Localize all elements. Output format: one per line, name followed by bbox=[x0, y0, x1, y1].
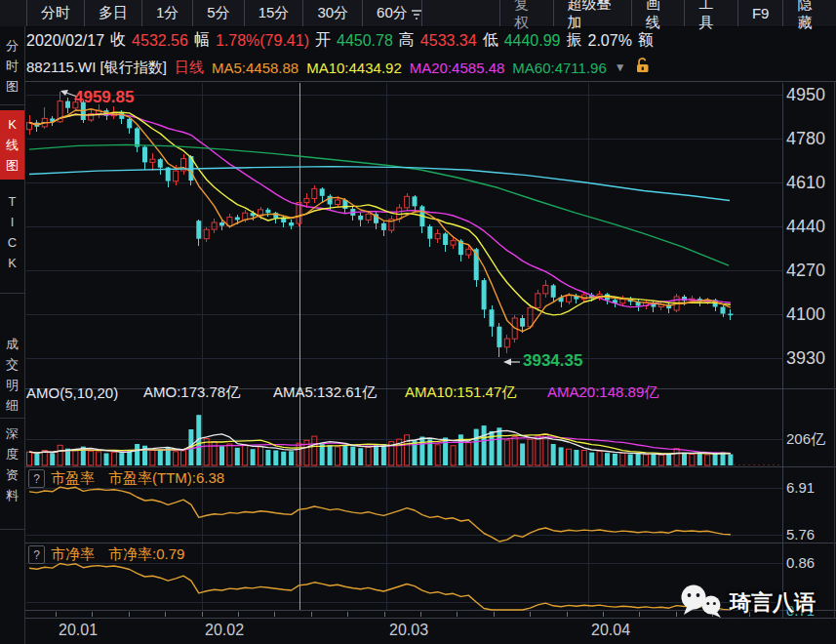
volume-bar-up bbox=[312, 436, 317, 465]
volume-bar-down bbox=[328, 445, 333, 465]
volume-bar-down bbox=[589, 453, 594, 465]
sidebar-item-3[interactable]: 成交明细 bbox=[0, 334, 24, 416]
toolbar-item-5[interactable]: 隐藏 bbox=[782, 0, 836, 26]
volume-bar-up bbox=[435, 445, 440, 465]
pb-pane-name[interactable]: 市净率 bbox=[51, 545, 95, 564]
volume-bar-down bbox=[273, 451, 278, 466]
ama20-value: AMA20:148.89亿 bbox=[547, 383, 658, 402]
pe-value: 市盈率(TTM):6.38 bbox=[108, 469, 224, 488]
low-label: 低 bbox=[483, 30, 498, 51]
open-value: 4450.78 bbox=[337, 32, 393, 50]
candle-up bbox=[304, 198, 309, 202]
volume-bar-down bbox=[474, 429, 479, 465]
volume-bar-down bbox=[482, 425, 487, 465]
tab-period-3[interactable]: 5分 bbox=[193, 0, 244, 26]
sidebar-item-1-active[interactable]: K线图 bbox=[0, 110, 24, 180]
volume-bar-up bbox=[504, 440, 509, 465]
chart-title-bar: 882115.WI [银行指数] 日线 MA5:4458.88 MA10:443… bbox=[26, 55, 836, 80]
help-icon[interactable]: ? bbox=[28, 545, 45, 564]
close-value: 4532.56 bbox=[132, 32, 188, 50]
ama5-value: AMA5:132.61亿 bbox=[273, 383, 377, 402]
period-label[interactable]: 日线 bbox=[175, 59, 204, 77]
toolbar-item-1[interactable]: 超级叠加 bbox=[553, 0, 631, 26]
toolbar-item-4[interactable]: F9 bbox=[737, 0, 783, 26]
candle-down bbox=[65, 101, 70, 108]
x-axis-label: 20.02 bbox=[205, 622, 244, 639]
candle-down bbox=[490, 309, 495, 327]
volume-bar-down bbox=[682, 453, 687, 465]
volume-bar-down bbox=[559, 447, 564, 465]
sidebar-item-0[interactable]: 分时图 bbox=[0, 35, 24, 97]
collapse-triangle-icon[interactable]: ▼ bbox=[615, 60, 626, 74]
sidebar-item-4[interactable]: 深度资料 bbox=[0, 423, 24, 505]
volume-bar-down bbox=[251, 449, 256, 465]
tab-period-2[interactable]: 1分 bbox=[142, 0, 193, 26]
volume-axis-label: 206亿 bbox=[786, 430, 825, 449]
volume-bar-up bbox=[89, 451, 94, 465]
watermark-text: 琦言八语 bbox=[730, 588, 816, 618]
price-axis-label: 4780 bbox=[786, 129, 825, 149]
pb-axis-label: 0.86 bbox=[786, 554, 815, 571]
volume-bar-up bbox=[658, 455, 663, 465]
volume-bar-down bbox=[497, 427, 501, 465]
candle-down bbox=[119, 112, 124, 119]
toolbar-right-group: 复权超级叠加画线工具F9隐藏 bbox=[499, 0, 836, 26]
candle-down bbox=[427, 226, 432, 239]
candle-up bbox=[528, 307, 533, 326]
toolbar-item-3[interactable]: 工具 bbox=[684, 0, 737, 26]
x-axis-label: 20.04 bbox=[591, 622, 630, 639]
price-axis-label: 4440 bbox=[786, 217, 825, 237]
volume-bar-down bbox=[342, 445, 347, 465]
pe-axis-label: 5.76 bbox=[786, 526, 815, 543]
amount-label: 额 bbox=[638, 30, 654, 51]
price-axis-label: 4100 bbox=[786, 304, 825, 325]
sidebar-divider bbox=[0, 529, 24, 530]
quote-info-bar: 2020/02/17 收 4532.56 幅 1.78%(79.41) 开 44… bbox=[26, 27, 836, 54]
volume-bar-down bbox=[381, 444, 386, 465]
volume-bar-up bbox=[336, 447, 340, 465]
pe-pane-name[interactable]: 市盈率 bbox=[51, 469, 95, 488]
candle-up bbox=[204, 229, 209, 239]
candle-down bbox=[721, 307, 726, 314]
volume-bar-up bbox=[451, 446, 456, 465]
volume-bar-down bbox=[350, 447, 355, 465]
volume-bar-up bbox=[97, 452, 101, 465]
candle-up bbox=[212, 222, 217, 229]
period-tabs: 分时多日1分5分15分30分60分 bbox=[26, 0, 422, 26]
volume-bar-down bbox=[158, 450, 163, 466]
amo-indicator-label[interactable]: AMO(5,10,20) bbox=[26, 384, 118, 401]
period-dropdown-icon[interactable] bbox=[410, 7, 423, 23]
volume-bar-up bbox=[174, 452, 179, 465]
volume-bar-down bbox=[219, 446, 224, 465]
volume-bar-up bbox=[27, 452, 32, 465]
tab-period-0[interactable]: 分时 bbox=[26, 0, 85, 26]
volume-bar-down bbox=[119, 453, 124, 465]
candle-down bbox=[142, 147, 147, 163]
candle-up bbox=[174, 171, 179, 181]
tab-period-1[interactable]: 多日 bbox=[85, 0, 142, 26]
volume-bar-up bbox=[297, 443, 301, 465]
candle-up bbox=[567, 296, 572, 302]
ma20-value: MA20:4585.48 bbox=[410, 60, 505, 76]
candle-up bbox=[536, 294, 540, 308]
volume-bar-up bbox=[58, 445, 62, 465]
quote-date: 2020/02/17 bbox=[26, 32, 104, 50]
unlock-icon[interactable] bbox=[634, 57, 651, 76]
pe-axis-label: 6.91 bbox=[786, 479, 815, 496]
candle-down bbox=[520, 318, 525, 327]
volume-bar-down bbox=[605, 453, 610, 465]
high-label: 高 bbox=[399, 30, 415, 51]
ma5-value: MA5:4458.88 bbox=[212, 60, 299, 76]
sidebar-item-2[interactable]: TICK bbox=[0, 191, 24, 273]
pe-pane-header: ? 市盈率 市盈率(TTM):6.38 bbox=[28, 469, 224, 488]
toolbar-item-0[interactable]: 复权 bbox=[499, 0, 553, 26]
toolbar-item-2[interactable]: 画线 bbox=[631, 0, 685, 26]
volume-bar-up bbox=[705, 455, 710, 465]
toolbar: 分时多日1分5分15分30分60分 复权超级叠加画线工具F9隐藏 bbox=[0, 0, 836, 27]
volume-bar-down bbox=[135, 444, 139, 465]
tab-period-5[interactable]: 30分 bbox=[303, 0, 363, 26]
volume-bar-up bbox=[111, 453, 116, 465]
watermark: 琦言八语 bbox=[679, 584, 816, 623]
help-icon[interactable]: ? bbox=[28, 469, 45, 488]
tab-period-4[interactable]: 15分 bbox=[245, 0, 304, 26]
